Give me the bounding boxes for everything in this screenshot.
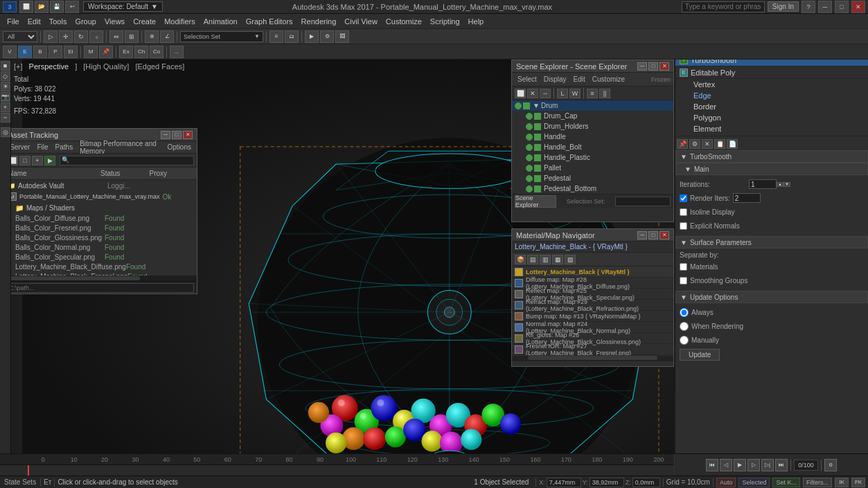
ik-btn[interactable]: IK [835, 478, 849, 487]
timeline[interactable]: 0 10 20 30 40 50 60 70 80 90 100 110 120… [0, 453, 674, 476]
sub-obj-poly[interactable]: P [48, 46, 62, 58]
playhead[interactable] [28, 465, 29, 476]
menu-file[interactable]: File [3, 16, 24, 27]
state-sets-label[interactable]: State Sets [3, 478, 37, 486]
iterations-input[interactable] [749, 179, 777, 189]
selection-set-input[interactable] [615, 197, 671, 206]
close-btn[interactable]: ✕ [851, 1, 865, 13]
sub-obj-vertex[interactable]: V [3, 46, 17, 58]
scene-explorer-footer-btn[interactable]: Scene Explorer [515, 195, 556, 208]
undo-btn[interactable]: ↩ [65, 1, 79, 13]
render-setup-btn[interactable]: ⚙ [320, 30, 334, 43]
tree-item-pedestal[interactable]: Pedestal [512, 173, 673, 183]
menu-group[interactable]: Group [71, 16, 100, 27]
asset-close-btn[interactable]: ✕ [183, 131, 193, 139]
mod-paste-btn[interactable]: 📄 [727, 139, 738, 149]
tree-item-pallet[interactable]: Pallet [512, 163, 673, 173]
scene-explorer-minimize[interactable]: ─ [637, 62, 647, 71]
render-frame-btn[interactable]: 🖼 [335, 30, 349, 43]
scene-explorer-close[interactable]: ✕ [659, 62, 669, 71]
more-btn[interactable]: ... [170, 46, 184, 58]
mat-nav-close[interactable]: ✕ [659, 231, 669, 240]
maximize-btn[interactable]: □ [835, 1, 849, 13]
asset-file-1[interactable]: Balls_Color_Diffuse.png Found [4, 213, 197, 223]
mod-cfg-btn[interactable]: ⚙ [689, 139, 700, 149]
tree-item-drum-cap[interactable]: Drum_Cap [512, 111, 673, 121]
play-btn[interactable]: ▶ [734, 459, 746, 471]
search-input[interactable] [682, 1, 765, 12]
mod-copy-btn[interactable]: 📋 [714, 139, 725, 149]
iterations-down[interactable]: ▼ [783, 182, 790, 187]
mat-nav-btn4[interactable]: ▦ [552, 255, 563, 264]
asset-menu-bitmap[interactable]: Bitmap Performance and Memory [77, 139, 163, 156]
mat-nav-btn3[interactable]: ▥ [540, 255, 551, 264]
x-value[interactable]: 7,447mm [547, 478, 581, 487]
asset-menu-options[interactable]: Options [165, 143, 194, 152]
asset-tb-4[interactable]: ▶ [44, 156, 55, 165]
mat-nav-minimize[interactable]: ─ [637, 231, 647, 240]
se-world-btn[interactable]: W [569, 89, 581, 98]
menu-create[interactable]: Create [129, 16, 160, 27]
create-shape-btn[interactable]: ◇ [1, 71, 10, 81]
scene-explorer-btn[interactable]: 🗂 [285, 30, 299, 43]
save-btn[interactable]: 💾 [50, 1, 64, 13]
when-rendering-radio[interactable] [680, 322, 689, 331]
sub-edge[interactable]: Edge [689, 90, 868, 101]
sets-label[interactable]: Eт [44, 478, 51, 486]
modifier-editable-poly[interactable]: E Editable Poly [675, 66, 868, 79]
menu-customize[interactable]: Customize [382, 16, 426, 27]
menu-rendering[interactable]: Rendering [297, 16, 341, 27]
asset-file-6[interactable]: Lottery_Machine_Black_Diffuse.png Found [4, 262, 197, 271]
sub-vertex[interactable]: Vertex [689, 79, 868, 90]
timeline-track[interactable] [0, 465, 674, 476]
named-selection-dropdown[interactable]: Selection Set▼ [180, 31, 263, 42]
align-btn[interactable]: ⊞ [125, 30, 139, 43]
surface-params-header[interactable]: ▼ Surface Parameters [675, 236, 868, 248]
extrude-btn[interactable]: Ex [119, 46, 133, 58]
lights-btn[interactable]: ☀ [1, 82, 10, 91]
asset-menu-file[interactable]: File [34, 143, 51, 152]
frame-counter[interactable]: 0/100 [794, 460, 818, 471]
minimize-btn[interactable]: ─ [818, 1, 832, 13]
asset-menu-paths[interactable]: Paths [53, 143, 76, 152]
selection-filter[interactable]: All [3, 31, 37, 42]
mat-refract[interactable]: Refract map: Map #29 (Lottery_Machine_Bl… [512, 300, 673, 311]
select-btn[interactable]: ▷ [44, 30, 57, 43]
se-menu-customize[interactable]: Customize [590, 75, 628, 84]
tree-item-handle-bolt[interactable]: Handle_Bolt [512, 142, 673, 152]
signin-button[interactable]: Sign In [768, 1, 799, 12]
menu-graph-editors[interactable]: Graph Editors [242, 16, 297, 27]
systems-btn[interactable]: ◎ [1, 127, 10, 137]
asset-folder-maxfile[interactable]: M Portable_Manual_Lottery_Machine_max_vr… [4, 191, 197, 202]
menu-civil-view[interactable]: Civil View [340, 16, 381, 27]
asset-tb-3[interactable]: + [32, 156, 43, 165]
main-section-header[interactable]: ▼ Main [675, 163, 868, 175]
layers-btn[interactable]: ≡ [269, 30, 283, 43]
workspace-dropdown[interactable]: Workspace: Default▼ [83, 1, 163, 12]
asset-search[interactable]: 🔍 [60, 156, 194, 165]
se-deselect-btn[interactable]: ✕ [527, 89, 538, 98]
se-select-all-btn[interactable]: ⬜ [515, 89, 526, 98]
filters-btn[interactable]: Filters... [803, 478, 832, 487]
update-options-header[interactable]: ▼ Update Options [675, 291, 868, 303]
menu-scripting[interactable]: Scripting [426, 16, 464, 27]
asset-scrollbar-h[interactable] [4, 275, 197, 281]
spacewarps-btn[interactable]: ~ [1, 113, 10, 123]
se-menu-select[interactable]: Select [515, 75, 540, 84]
snap-btn[interactable]: ⊕ [145, 30, 159, 43]
menu-animation[interactable]: Animation [200, 16, 242, 27]
menu-help[interactable]: Help [464, 16, 488, 27]
helpers-btn[interactable]: + [1, 102, 10, 112]
se-columns-btn[interactable]: || [599, 89, 610, 98]
sub-border[interactable]: Border [689, 101, 868, 112]
render-btn[interactable]: ▶ [305, 30, 319, 43]
se-menu-edit[interactable]: Edit [571, 75, 588, 84]
chamfer-btn[interactable]: Ch [134, 46, 148, 58]
mat-nav-btn2[interactable]: ▤ [527, 255, 538, 264]
asset-file-5[interactable]: Balls_Color_Specular.png Found [4, 252, 197, 262]
asset-folder-vault[interactable]: 📁 Autodesk Vault Loggi... [4, 180, 197, 191]
asset-maximize-btn[interactable]: □ [172, 131, 181, 139]
create-geo-btn[interactable]: ■ [1, 61, 10, 71]
play-reverse-btn[interactable]: ⏮ [706, 459, 718, 471]
next-frame-btn[interactable]: ▷| [761, 459, 774, 471]
